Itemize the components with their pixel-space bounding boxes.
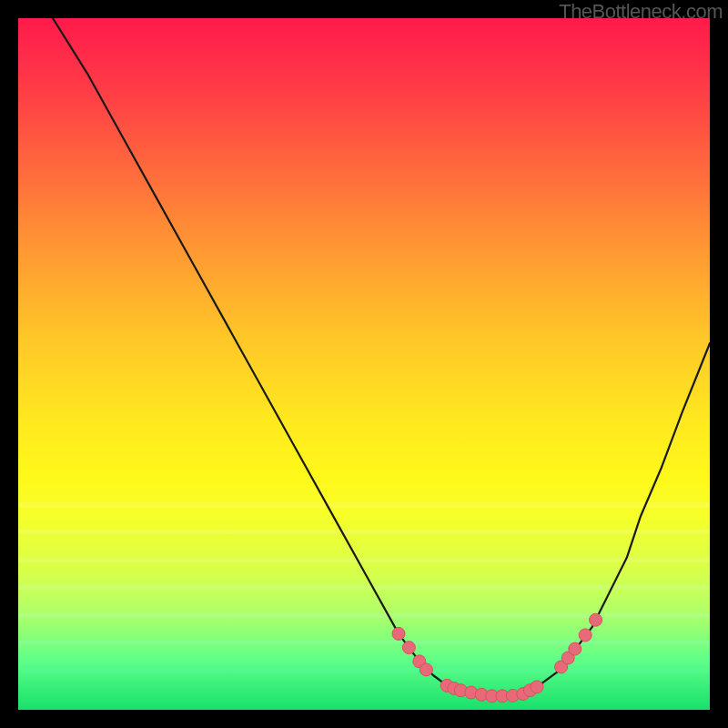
curve-markers [392, 613, 602, 703]
bottleneck-curve-path [53, 18, 710, 696]
curve-marker [402, 642, 415, 654]
attribution-text: TheBottleneck.com [559, 0, 723, 24]
curve-marker [590, 613, 602, 626]
curve-marker [531, 681, 543, 693]
curve-marker [579, 629, 592, 642]
bottleneck-curve-svg [18, 18, 710, 710]
curve-marker [569, 642, 581, 655]
curve-marker [420, 663, 432, 676]
curve-marker [392, 627, 405, 640]
chart-frame [18, 18, 710, 710]
